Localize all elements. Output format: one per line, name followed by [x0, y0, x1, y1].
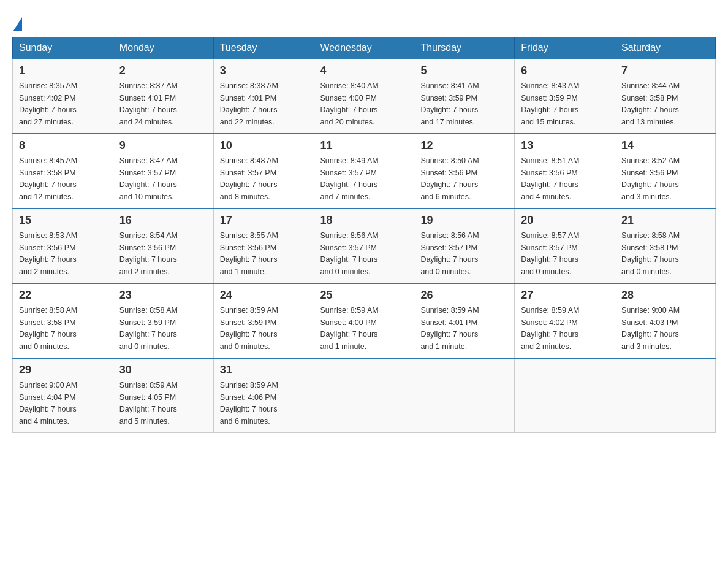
- day-number: 3: [220, 64, 308, 77]
- page-header: [12, 12, 716, 31]
- day-number: 29: [19, 364, 107, 377]
- day-info: Sunrise: 8:59 AMSunset: 4:06 PMDaylight:…: [220, 381, 278, 426]
- day-info: Sunrise: 8:40 AMSunset: 4:00 PMDaylight:…: [320, 82, 379, 126]
- day-number: 7: [621, 64, 709, 77]
- day-cell: 8 Sunrise: 8:45 AMSunset: 3:58 PMDayligh…: [13, 134, 113, 209]
- day-number: 22: [19, 289, 107, 302]
- day-cell: [314, 358, 414, 433]
- calendar-table: SundayMondayTuesdayWednesdayThursdayFrid…: [12, 37, 716, 433]
- day-info: Sunrise: 8:59 AMSunset: 4:02 PMDaylight:…: [521, 306, 579, 351]
- day-number: 11: [320, 139, 408, 152]
- day-info: Sunrise: 8:56 AMSunset: 3:57 PMDaylight:…: [320, 231, 379, 276]
- day-info: Sunrise: 8:56 AMSunset: 3:57 PMDaylight:…: [420, 231, 479, 276]
- logo-triangle-icon: [13, 17, 22, 31]
- day-cell: 28 Sunrise: 9:00 AMSunset: 4:03 PMDaylig…: [615, 283, 716, 358]
- weekday-header-friday: Friday: [515, 37, 615, 59]
- day-number: 14: [621, 139, 709, 152]
- week-row-2: 8 Sunrise: 8:45 AMSunset: 3:58 PMDayligh…: [13, 134, 716, 209]
- day-info: Sunrise: 8:47 AMSunset: 3:57 PMDaylight:…: [119, 156, 178, 201]
- day-number: 27: [521, 289, 609, 302]
- day-info: Sunrise: 8:51 AMSunset: 3:56 PMDaylight:…: [521, 156, 579, 201]
- week-row-4: 22 Sunrise: 8:58 AMSunset: 3:58 PMDaylig…: [13, 283, 716, 358]
- day-cell: 2 Sunrise: 8:37 AMSunset: 4:01 PMDayligh…: [113, 59, 213, 134]
- week-row-5: 29 Sunrise: 9:00 AMSunset: 4:04 PMDaylig…: [13, 358, 716, 433]
- day-info: Sunrise: 8:52 AMSunset: 3:56 PMDaylight:…: [621, 156, 680, 201]
- day-cell: [615, 358, 716, 433]
- day-number: 23: [119, 289, 207, 302]
- day-number: 28: [621, 289, 709, 302]
- day-number: 15: [19, 214, 107, 227]
- day-cell: 3 Sunrise: 8:38 AMSunset: 4:01 PMDayligh…: [213, 59, 314, 134]
- weekday-header-wednesday: Wednesday: [314, 37, 414, 59]
- day-cell: 18 Sunrise: 8:56 AMSunset: 3:57 PMDaylig…: [314, 209, 414, 283]
- day-number: 9: [119, 139, 207, 152]
- day-cell: 16 Sunrise: 8:54 AMSunset: 3:56 PMDaylig…: [113, 209, 213, 283]
- day-number: 21: [621, 214, 709, 227]
- day-cell: 10 Sunrise: 8:48 AMSunset: 3:57 PMDaylig…: [213, 134, 314, 209]
- day-info: Sunrise: 8:55 AMSunset: 3:56 PMDaylight:…: [220, 231, 278, 276]
- day-cell: 5 Sunrise: 8:41 AMSunset: 3:59 PMDayligh…: [414, 59, 515, 134]
- day-cell: 1 Sunrise: 8:35 AMSunset: 4:02 PMDayligh…: [13, 59, 113, 134]
- day-cell: 19 Sunrise: 8:56 AMSunset: 3:57 PMDaylig…: [414, 209, 515, 283]
- day-number: 6: [521, 64, 609, 77]
- day-number: 19: [420, 214, 508, 227]
- weekday-header-thursday: Thursday: [414, 37, 515, 59]
- day-cell: 14 Sunrise: 8:52 AMSunset: 3:56 PMDaylig…: [615, 134, 716, 209]
- day-info: Sunrise: 8:50 AMSunset: 3:56 PMDaylight:…: [420, 156, 479, 201]
- day-cell: 27 Sunrise: 8:59 AMSunset: 4:02 PMDaylig…: [515, 283, 615, 358]
- day-cell: 26 Sunrise: 8:59 AMSunset: 4:01 PMDaylig…: [414, 283, 515, 358]
- day-info: Sunrise: 8:45 AMSunset: 3:58 PMDaylight:…: [19, 156, 77, 201]
- day-info: Sunrise: 8:58 AMSunset: 3:59 PMDaylight:…: [119, 306, 178, 351]
- day-info: Sunrise: 8:44 AMSunset: 3:58 PMDaylight:…: [621, 82, 680, 126]
- day-info: Sunrise: 8:37 AMSunset: 4:01 PMDaylight:…: [119, 82, 178, 126]
- day-info: Sunrise: 8:48 AMSunset: 3:57 PMDaylight:…: [220, 156, 278, 201]
- day-number: 5: [420, 64, 508, 77]
- logo: [12, 12, 22, 31]
- day-cell: 7 Sunrise: 8:44 AMSunset: 3:58 PMDayligh…: [615, 59, 716, 134]
- week-row-3: 15 Sunrise: 8:53 AMSunset: 3:56 PMDaylig…: [13, 209, 716, 283]
- day-cell: 4 Sunrise: 8:40 AMSunset: 4:00 PMDayligh…: [314, 59, 414, 134]
- day-number: 2: [119, 64, 207, 77]
- day-cell: 13 Sunrise: 8:51 AMSunset: 3:56 PMDaylig…: [515, 134, 615, 209]
- day-cell: 9 Sunrise: 8:47 AMSunset: 3:57 PMDayligh…: [113, 134, 213, 209]
- day-number: 1: [19, 64, 107, 77]
- day-cell: 11 Sunrise: 8:49 AMSunset: 3:57 PMDaylig…: [314, 134, 414, 209]
- day-number: 25: [320, 289, 408, 302]
- day-cell: 21 Sunrise: 8:58 AMSunset: 3:58 PMDaylig…: [615, 209, 716, 283]
- day-number: 18: [320, 214, 408, 227]
- weekday-header-sunday: Sunday: [13, 37, 113, 59]
- day-cell: [515, 358, 615, 433]
- day-cell: 25 Sunrise: 8:59 AMSunset: 4:00 PMDaylig…: [314, 283, 414, 358]
- day-info: Sunrise: 8:58 AMSunset: 3:58 PMDaylight:…: [19, 306, 77, 351]
- day-info: Sunrise: 9:00 AMSunset: 4:04 PMDaylight:…: [19, 381, 77, 426]
- day-info: Sunrise: 8:57 AMSunset: 3:57 PMDaylight:…: [521, 231, 579, 276]
- day-number: 31: [220, 364, 308, 377]
- day-cell: 24 Sunrise: 8:59 AMSunset: 3:59 PMDaylig…: [213, 283, 314, 358]
- weekday-header-row: SundayMondayTuesdayWednesdayThursdayFrid…: [13, 37, 716, 59]
- day-cell: 31 Sunrise: 8:59 AMSunset: 4:06 PMDaylig…: [213, 358, 314, 433]
- week-row-1: 1 Sunrise: 8:35 AMSunset: 4:02 PMDayligh…: [13, 59, 716, 134]
- day-number: 24: [220, 289, 308, 302]
- day-info: Sunrise: 8:49 AMSunset: 3:57 PMDaylight:…: [320, 156, 379, 201]
- day-cell: 20 Sunrise: 8:57 AMSunset: 3:57 PMDaylig…: [515, 209, 615, 283]
- weekday-header-tuesday: Tuesday: [213, 37, 314, 59]
- day-info: Sunrise: 8:53 AMSunset: 3:56 PMDaylight:…: [19, 231, 77, 276]
- day-number: 10: [220, 139, 308, 152]
- day-info: Sunrise: 8:59 AMSunset: 4:05 PMDaylight:…: [119, 381, 178, 426]
- day-info: Sunrise: 8:54 AMSunset: 3:56 PMDaylight:…: [119, 231, 178, 276]
- day-cell: [414, 358, 515, 433]
- day-number: 16: [119, 214, 207, 227]
- weekday-header-monday: Monday: [113, 37, 213, 59]
- day-info: Sunrise: 9:00 AMSunset: 4:03 PMDaylight:…: [621, 306, 680, 351]
- day-info: Sunrise: 8:59 AMSunset: 3:59 PMDaylight:…: [220, 306, 278, 351]
- day-number: 17: [220, 214, 308, 227]
- day-info: Sunrise: 8:59 AMSunset: 4:01 PMDaylight:…: [420, 306, 479, 351]
- weekday-header-saturday: Saturday: [615, 37, 716, 59]
- day-cell: 17 Sunrise: 8:55 AMSunset: 3:56 PMDaylig…: [213, 209, 314, 283]
- day-cell: 12 Sunrise: 8:50 AMSunset: 3:56 PMDaylig…: [414, 134, 515, 209]
- day-info: Sunrise: 8:43 AMSunset: 3:59 PMDaylight:…: [521, 82, 579, 126]
- day-info: Sunrise: 8:41 AMSunset: 3:59 PMDaylight:…: [420, 82, 479, 126]
- day-info: Sunrise: 8:59 AMSunset: 4:00 PMDaylight:…: [320, 306, 379, 351]
- day-cell: 15 Sunrise: 8:53 AMSunset: 3:56 PMDaylig…: [13, 209, 113, 283]
- day-info: Sunrise: 8:38 AMSunset: 4:01 PMDaylight:…: [220, 82, 278, 126]
